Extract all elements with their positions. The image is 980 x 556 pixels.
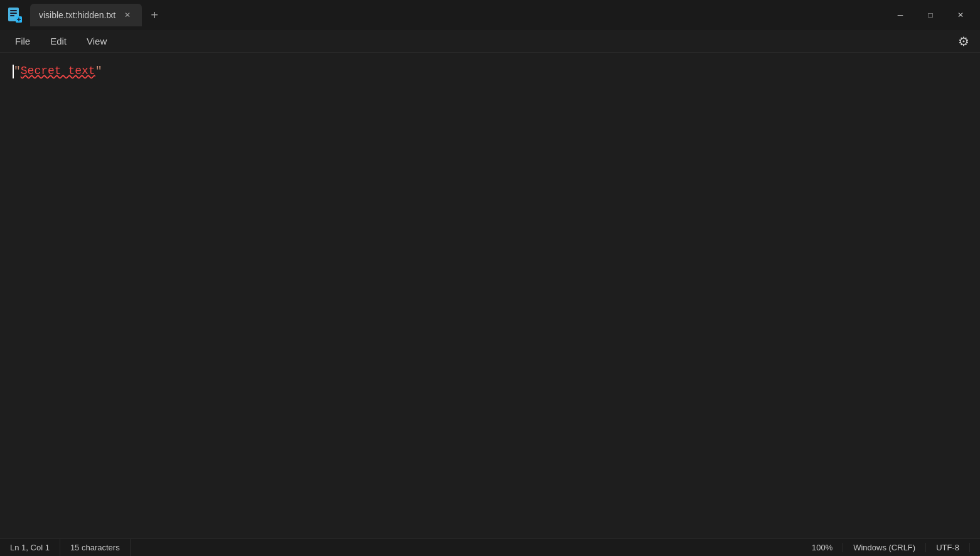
active-tab[interactable]: visible.txt:hidden.txt ✕ <box>30 4 142 26</box>
quote-close: " <box>95 63 102 80</box>
tab-close-button[interactable]: ✕ <box>122 9 133 21</box>
minimize-button[interactable]: ─ <box>886 5 915 25</box>
menu-items: File Edit View <box>5 33 117 49</box>
menu-bar: File Edit View ⚙ <box>0 30 980 53</box>
maximize-button[interactable]: □ <box>916 5 945 25</box>
window-controls: ─ □ ✕ <box>886 5 975 25</box>
editor-content: " Secret text " <box>13 63 967 80</box>
file-menu[interactable]: File <box>5 33 40 49</box>
close-button[interactable]: ✕ <box>946 5 975 25</box>
new-tab-button[interactable]: + <box>144 5 164 25</box>
svg-rect-2 <box>10 13 17 14</box>
encoding[interactable]: UTF-8 <box>926 543 970 552</box>
title-bar: visible.txt:hidden.txt ✕ + ─ □ ✕ <box>0 0 980 30</box>
secret-text: Secret text <box>21 63 95 80</box>
tab-title: visible.txt:hidden.txt <box>39 10 116 20</box>
tab-bar: visible.txt:hidden.txt ✕ + <box>30 4 886 26</box>
character-count[interactable]: 15 characters <box>60 539 131 556</box>
status-bar: Ln 1, Col 1 15 characters 100% Windows (… <box>0 538 980 556</box>
editor-line-1: " Secret text " <box>13 63 102 80</box>
editor-area[interactable]: " Secret text " <box>0 53 980 538</box>
view-menu[interactable]: View <box>77 33 117 49</box>
cursor-position[interactable]: Ln 1, Col 1 <box>10 539 60 556</box>
app-icon <box>5 5 25 25</box>
settings-button[interactable]: ⚙ <box>952 30 975 53</box>
zoom-level[interactable]: 100% <box>812 543 843 552</box>
line-ending[interactable]: Windows (CRLF) <box>843 543 926 552</box>
status-right: 100% Windows (CRLF) UTF-8 <box>812 543 970 552</box>
svg-rect-1 <box>10 10 17 11</box>
svg-rect-3 <box>10 15 14 16</box>
edit-menu[interactable]: Edit <box>40 33 77 49</box>
quote-open: " <box>14 63 21 80</box>
